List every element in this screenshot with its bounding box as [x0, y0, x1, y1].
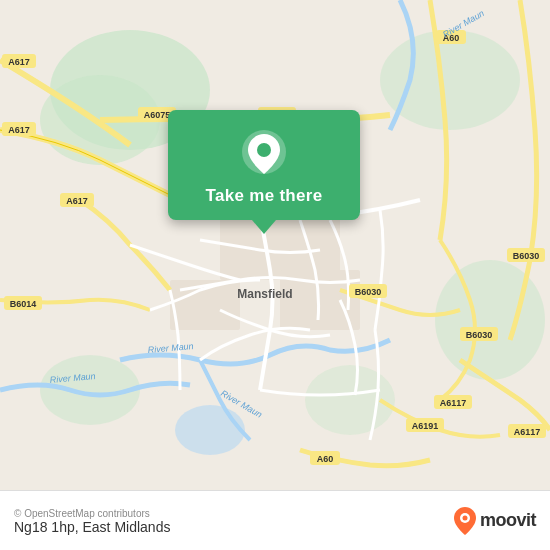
svg-text:B6014: B6014: [10, 299, 37, 309]
popup-card[interactable]: Take me there: [168, 110, 360, 220]
svg-text:A6117: A6117: [440, 398, 467, 408]
map-container: A617 A617 A617 A6075 A6075 A60 A60 B6030…: [0, 0, 550, 490]
location-pin-icon: [240, 128, 288, 176]
svg-point-3: [380, 30, 520, 130]
moovit-pin-icon: [454, 507, 476, 535]
location-text: Ng18 1hp, East Midlands: [14, 519, 170, 535]
svg-text:A617: A617: [8, 125, 30, 135]
svg-point-47: [257, 143, 271, 157]
svg-text:B6030: B6030: [466, 330, 493, 340]
attribution-text: © OpenStreetMap contributors: [14, 508, 170, 519]
svg-text:B6030: B6030: [513, 251, 540, 261]
popup-label: Take me there: [206, 186, 323, 206]
svg-text:A6075: A6075: [144, 110, 171, 120]
svg-text:A6117: A6117: [514, 427, 541, 437]
svg-text:A6191: A6191: [412, 421, 439, 431]
svg-text:Mansfield: Mansfield: [237, 287, 292, 301]
moovit-logo: moovit: [454, 507, 536, 535]
svg-text:B6030: B6030: [355, 287, 382, 297]
svg-point-49: [462, 515, 467, 520]
moovit-brand-text: moovit: [480, 510, 536, 531]
bottom-bar: © OpenStreetMap contributors Ng18 1hp, E…: [0, 490, 550, 550]
svg-text:A60: A60: [317, 454, 334, 464]
bottom-left: © OpenStreetMap contributors Ng18 1hp, E…: [14, 506, 170, 535]
svg-point-7: [175, 405, 245, 455]
svg-text:A617: A617: [8, 57, 30, 67]
svg-text:A617: A617: [66, 196, 88, 206]
